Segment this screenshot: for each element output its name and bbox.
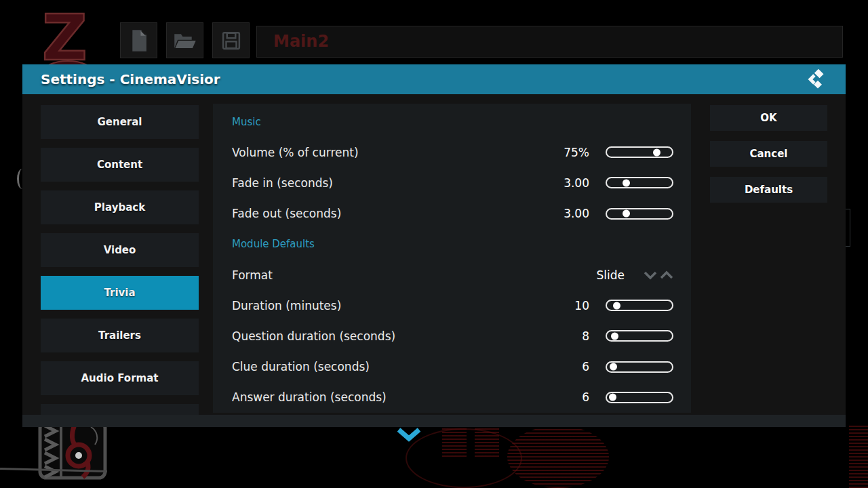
setting-label: Format bbox=[232, 268, 597, 282]
setting-slider[interactable] bbox=[606, 392, 673, 403]
sidebar-item-general[interactable]: General bbox=[41, 105, 199, 139]
section-header: Module Defaults bbox=[232, 229, 673, 260]
setting-slider[interactable] bbox=[606, 146, 673, 158]
setting-row[interactable]: Answer duration (seconds)6 bbox=[232, 382, 673, 413]
sidebar-item-trivia[interactable]: Trivia bbox=[41, 276, 199, 310]
countdown-reel-art bbox=[507, 426, 609, 488]
sidebar-item-content[interactable]: Content bbox=[41, 148, 199, 182]
filename-field[interactable]: Main2 bbox=[256, 26, 843, 58]
cancel-button[interactable]: Cancel bbox=[710, 141, 827, 167]
sidebar-item-video[interactable]: Video bbox=[41, 233, 199, 267]
kodi-logo-icon bbox=[806, 68, 829, 91]
setting-label: Question duration (seconds) bbox=[232, 329, 582, 343]
setting-row[interactable]: Fade in (seconds)3.00 bbox=[232, 167, 673, 198]
new-file-button[interactable] bbox=[120, 22, 157, 58]
setting-slider[interactable] bbox=[606, 361, 673, 373]
setting-value: 75% bbox=[564, 146, 589, 159]
setting-value: 8 bbox=[582, 329, 589, 343]
setting-value: Slide bbox=[597, 268, 625, 282]
dialog-bottom-edge bbox=[22, 415, 846, 427]
setting-row[interactable]: Volume (% of current)75% bbox=[232, 137, 673, 167]
setting-label: Fade in (seconds) bbox=[232, 176, 564, 190]
setting-spinner[interactable] bbox=[641, 270, 673, 280]
slider-knob[interactable] bbox=[623, 179, 630, 186]
sidebar-item-label: Video bbox=[104, 244, 136, 256]
save-button[interactable] bbox=[212, 22, 250, 58]
setting-value: 6 bbox=[582, 360, 589, 373]
setting-row[interactable]: Fade out (seconds)3.00 bbox=[232, 199, 673, 229]
slider-knob[interactable] bbox=[613, 302, 620, 309]
slider-knob[interactable] bbox=[610, 363, 617, 371]
countdown-reel-art bbox=[849, 426, 868, 488]
setting-row[interactable]: FormatSlide bbox=[232, 260, 673, 290]
setting-row[interactable]: Duration (minutes)10 bbox=[232, 290, 673, 321]
open-folder-button[interactable] bbox=[166, 22, 203, 58]
setting-label: Duration (minutes) bbox=[232, 299, 574, 312]
section-header-label: Music bbox=[232, 116, 261, 128]
sidebar-item-label: Trailers bbox=[98, 329, 141, 342]
chevron-down-icon[interactable] bbox=[644, 270, 657, 280]
button-label: Cancel bbox=[749, 148, 787, 160]
setting-value: 6 bbox=[582, 390, 589, 404]
setting-slider[interactable] bbox=[606, 300, 673, 311]
defaults-button[interactable]: Defaults bbox=[710, 177, 827, 203]
new-file-icon bbox=[129, 29, 149, 52]
setting-row[interactable]: Question duration (seconds)8 bbox=[232, 321, 673, 351]
countdown-reel-art bbox=[475, 428, 499, 457]
slider-knob[interactable] bbox=[609, 394, 616, 401]
setting-label: Answer duration (seconds) bbox=[232, 390, 582, 404]
dialog-title: Settings - CinemaVisior bbox=[41, 64, 220, 94]
sidebar-item-label: Audio Format bbox=[81, 372, 159, 384]
setting-label: Volume (% of current) bbox=[232, 146, 564, 159]
svg-text:Z: Z bbox=[42, 5, 87, 73]
setting-value: 3.00 bbox=[564, 176, 589, 190]
sidebar-item-label: Playback bbox=[94, 201, 145, 214]
countdown-reel-art bbox=[442, 428, 467, 457]
setting-slider[interactable] bbox=[606, 330, 673, 342]
open-folder-icon bbox=[174, 30, 197, 51]
setting-row[interactable]: Clue duration (seconds)6 bbox=[232, 352, 673, 382]
settings-panel: MusicVolume (% of current)75%Fade in (se… bbox=[213, 104, 691, 413]
slider-knob[interactable] bbox=[653, 148, 660, 156]
sidebar-item-label: General bbox=[98, 116, 142, 128]
sidebar-item-trailers[interactable]: Trailers bbox=[41, 319, 199, 352]
z-media-player-logo: Z bbox=[37, 5, 99, 73]
sidebar-item-label: Content bbox=[97, 159, 142, 171]
sidebar-item-label: Trivia bbox=[104, 287, 135, 299]
setting-slider[interactable] bbox=[606, 177, 673, 188]
scroll-down-indicator[interactable] bbox=[396, 428, 422, 443]
button-label: OK bbox=[760, 112, 776, 124]
setting-label: Fade out (seconds) bbox=[232, 207, 564, 220]
setting-value: 3.00 bbox=[564, 207, 589, 220]
chevron-up-icon[interactable] bbox=[660, 270, 673, 280]
section-header-label: Module Defaults bbox=[232, 238, 315, 250]
sidebar-item-audio-format[interactable]: Audio Format bbox=[41, 361, 199, 395]
button-label: Defaults bbox=[745, 184, 793, 196]
setting-slider[interactable] bbox=[606, 208, 673, 220]
slider-knob[interactable] bbox=[611, 332, 618, 340]
setting-value: 10 bbox=[574, 299, 589, 312]
save-icon bbox=[221, 30, 241, 51]
slider-knob[interactable] bbox=[623, 210, 630, 218]
section-header: Music bbox=[232, 106, 673, 137]
settings-dialog: Settings - CinemaVisior GeneralContentPl… bbox=[22, 64, 846, 427]
sidebar-item-playback[interactable]: Playback bbox=[41, 190, 199, 224]
dialog-title-bar: Settings - CinemaVisior bbox=[22, 64, 846, 94]
setting-label: Clue duration (seconds) bbox=[232, 360, 582, 373]
ok-button[interactable]: OK bbox=[710, 105, 827, 131]
